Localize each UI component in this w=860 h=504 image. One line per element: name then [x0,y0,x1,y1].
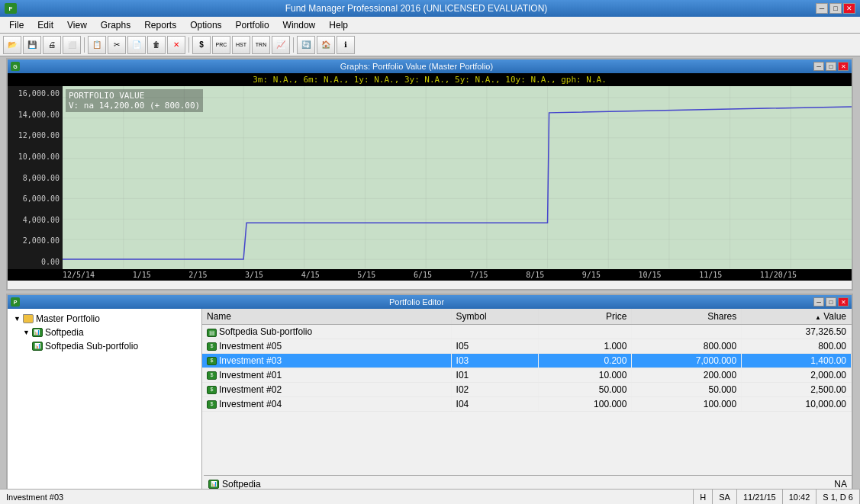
toolbar-info[interactable]: ℹ [337,36,355,54]
cell-name: $Investment #04 [202,397,451,412]
cell-shares: 50.000 [632,383,742,397]
menu-edit[interactable]: Edit [31,18,60,32]
col-value[interactable]: ▲ Value [742,309,852,325]
menu-bar: File Edit View Graphs Reports Options Po… [0,17,860,34]
graph-close[interactable]: ✕ [838,62,849,71]
cell-value: 10,000.00 [742,397,852,412]
graph-window: G Graphs: Portfolio Value (Master Portfo… [6,58,853,291]
cell-symbol: I01 [451,368,539,383]
minimize-button[interactable]: ─ [816,3,828,14]
status-sa: SA [713,490,737,504]
cell-price: 0.200 [539,354,632,368]
softpedia-expand-icon: ▼ [23,329,30,336]
toolbar-btn5[interactable]: 📋 [88,36,106,54]
col-name[interactable]: Name [202,309,451,325]
portfolio-window-title: Portfolio Editor [20,297,813,307]
window-controls: ─ □ ✕ [816,3,855,14]
portfolio-restore[interactable]: □ [826,297,836,307]
menu-options[interactable]: Options [184,18,227,32]
graph-stats-bar: 3m: N.A., 6m: N.A., 1y: N.A., 3y: N.A., … [8,73,852,86]
menu-portfolio[interactable]: Portfolio [230,18,275,32]
table-row[interactable]: $Investment #04I04100.000100.00010,000.0… [202,397,852,412]
portfolio-minimize[interactable]: ─ [813,297,824,307]
toolbar-btn4[interactable]: ⬜ [63,36,81,54]
tree-item-master[interactable]: ▼ Master Portfolio [11,312,198,326]
col-price[interactable]: Price [539,309,632,325]
graph-window-title: Graphs: Portfolio Value (Master Portfoli… [20,62,813,71]
toolbar-prc[interactable]: PRC [212,36,230,54]
status-s: S 1, D 6 [817,490,860,504]
cell-name: $Investment #03 [202,354,451,368]
investments-table: Name Symbol Price Shares ▲ Value ▤Softpe… [202,309,852,412]
cell-shares [632,325,742,339]
col-shares[interactable]: Shares [632,309,742,325]
cell-symbol: I03 [451,354,539,368]
toolbar-close[interactable]: ✕ [167,36,185,54]
footer-value: NA [834,479,847,490]
cell-price: 100.000 [539,397,632,412]
graph-x-labels: 12/5/14 1/15 2/15 3/15 4/15 5/15 6/15 7/… [8,269,852,281]
menu-reports[interactable]: Reports [138,18,182,32]
row-type-icon: $ [207,400,217,409]
close-button[interactable]: ✕ [843,3,855,14]
toolbar-chart[interactable]: 📈 [272,36,290,54]
row-type-icon: ▤ [207,329,217,337]
toolbar-home[interactable]: 🏠 [317,36,335,54]
toolbar-dollar[interactable]: $ [192,36,211,54]
table-row[interactable]: $Investment #05I051.000800.000800.00 [202,339,852,354]
portfolio-window: P Portfolio Editor ─ □ ✕ ▼ Master Portfo… [6,294,853,493]
toolbar-btn6[interactable]: ✂ [108,36,126,54]
table-row[interactable]: $Investment #03I030.2007,000.0001,400.00 [202,354,852,368]
col-symbol[interactable]: Symbol [451,309,539,325]
toolbar-refresh[interactable]: 🔄 [297,36,315,54]
portfolio-window-controls: ─ □ ✕ [813,297,849,307]
cell-name: ▤Softpedia Sub-portfolio [202,325,451,339]
tree-item-softpedia[interactable]: ▼ 📊 Softpedia [11,326,198,339]
softpedia-label: Softpedia [45,327,84,338]
toolbar: 📂 💾 🖨 ⬜ 📋 ✂ 📄 🗑 ✕ $ PRC HST TRN 📈 🔄 🏠 ℹ [0,34,860,56]
portfolio-icon: P [11,297,20,307]
table-row[interactable]: $Investment #02I0250.00050.0002,500.00 [202,383,852,397]
toolbar-btn7[interactable]: 📄 [127,36,146,54]
subportfolio-label: Softpedia Sub-portfolio [45,341,138,352]
toolbar-print[interactable]: 🖨 [43,36,61,54]
cell-value: 800.00 [742,339,852,354]
table-row[interactable]: ▤Softpedia Sub-portfolio37,326.50 [202,325,852,339]
cell-price [539,325,632,339]
toolbar-sep1 [84,37,85,53]
toolbar-new[interactable]: 📂 [3,36,21,54]
toolbar-save[interactable]: 💾 [23,36,41,54]
status-time: 10:42 [783,490,817,504]
portfolio-window-titlebar: P Portfolio Editor ─ □ ✕ [8,295,852,309]
app-icon: F [5,3,17,14]
row-type-icon: $ [207,357,217,365]
toolbar-hst[interactable]: HST [232,36,250,54]
tree-item-subportfolio[interactable]: 📊 Softpedia Sub-portfolio [11,339,198,353]
row-type-icon: $ [207,386,217,394]
graph-maximize[interactable]: □ [826,62,836,71]
cell-value: 37,326.50 [742,325,852,339]
menu-view[interactable]: View [61,18,93,32]
maximize-button[interactable]: □ [829,3,842,14]
toolbar-trn[interactable]: TRN [252,36,270,54]
portfolio-content: ▼ Master Portfolio ▼ 📊 Softpedia 📊 Softp… [8,309,852,489]
master-folder-icon [23,314,34,323]
portfolio-close[interactable]: ✕ [838,297,849,307]
table-row[interactable]: $Investment #01I0110.000200.0002,000.00 [202,368,852,383]
graph-y-labels: 16,000.00 14,000.00 12,000.00 10,000.00 … [8,86,63,269]
cell-symbol: I04 [451,397,539,412]
status-date-text: 11/21/15 [743,493,776,502]
cell-symbol [451,325,539,339]
menu-help[interactable]: Help [323,18,354,32]
graph-area: 16,000.00 14,000.00 12,000.00 10,000.00 … [8,86,852,269]
portfolio-tree: ▼ Master Portfolio ▼ 📊 Softpedia 📊 Softp… [8,309,202,489]
cell-price: 50.000 [539,383,632,397]
status-h-text: H [700,493,706,502]
toolbar-delete[interactable]: 🗑 [147,36,166,54]
toolbar-sep3 [293,37,294,53]
menu-file[interactable]: File [3,18,30,32]
menu-window[interactable]: Window [277,18,322,32]
cell-shares: 200.000 [632,368,742,383]
graph-minimize[interactable]: ─ [813,62,824,71]
menu-graphs[interactable]: Graphs [95,18,137,32]
